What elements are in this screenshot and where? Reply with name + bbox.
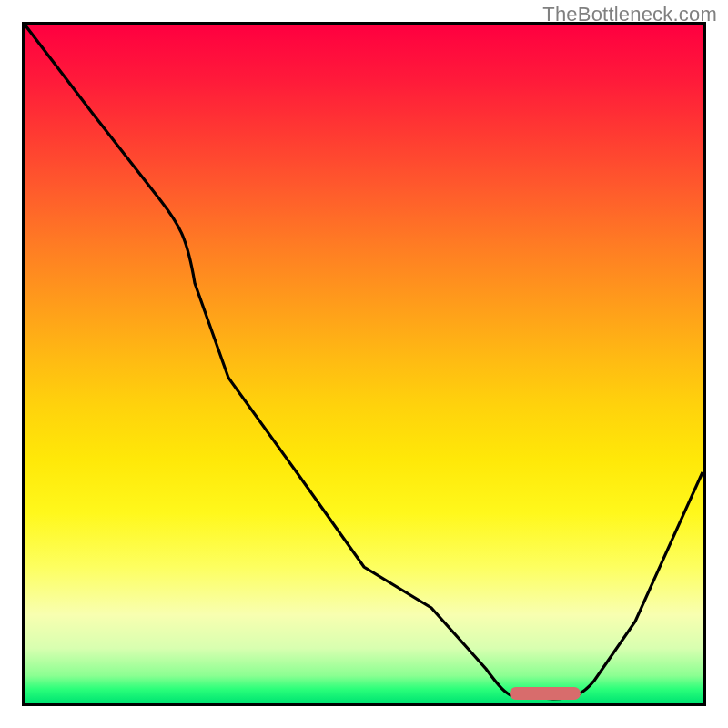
curve-layer [25, 25, 703, 703]
plot-area [22, 22, 706, 706]
watermark-text: TheBottleneck.com [542, 3, 717, 26]
bottleneck-chart: TheBottleneck.com [0, 0, 728, 728]
optimal-range-marker [510, 687, 581, 700]
bottleneck-curve-path [25, 25, 703, 699]
